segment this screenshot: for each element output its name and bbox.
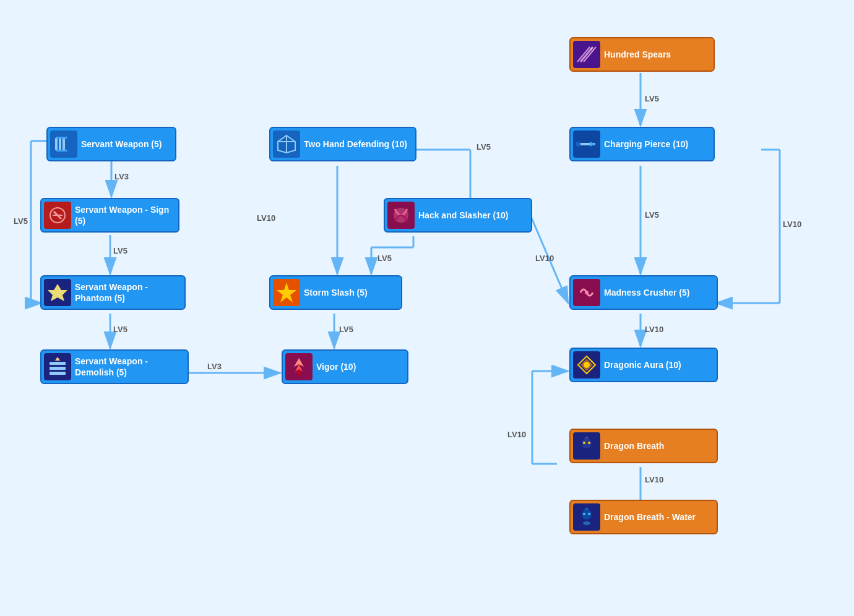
node-servant-weapon[interactable]: Servant Weapon (5) <box>46 127 176 161</box>
icon-dragonic-aura <box>573 351 600 379</box>
node-dragonic-aura[interactable]: Dragonic Aura (10) <box>569 348 718 382</box>
lv-label-sw-sign: LV3 <box>114 172 129 181</box>
label-servant-weapon-phantom: Servant Weapon - Phantom (5) <box>75 281 179 304</box>
svg-point-60 <box>583 442 585 444</box>
svg-point-66 <box>588 513 590 515</box>
svg-point-67 <box>583 521 590 525</box>
svg-point-61 <box>588 442 590 444</box>
lv-label-sw-vigor: LV3 <box>207 362 222 371</box>
icon-servant-weapon-demolish <box>44 353 71 380</box>
label-charging-pierce: Charging Pierce (10) <box>604 139 688 150</box>
svg-line-46 <box>584 47 596 62</box>
label-dragon-breath-water: Dragon Breath - Water <box>604 511 696 523</box>
icon-hack-and-slasher <box>387 202 415 229</box>
svg-point-65 <box>583 513 585 515</box>
lv-label-lv5-left: LV5 <box>14 216 28 226</box>
svg-marker-64 <box>584 507 589 510</box>
lv-label-mc-da: LV10 <box>645 325 663 334</box>
icon-servant-weapon-sign <box>44 202 71 229</box>
node-vigor[interactable]: Vigor (10) <box>282 349 408 384</box>
lv-label-hs-ss: LV5 <box>377 254 392 263</box>
label-servant-weapon: Servant Weapon (5) <box>81 139 162 150</box>
lv-label-hs-mc: LV10 <box>535 254 554 263</box>
label-servant-weapon-sign: Servant Weapon - Sign (5) <box>75 204 173 226</box>
svg-rect-38 <box>50 372 66 375</box>
svg-rect-28 <box>59 138 61 150</box>
icon-servant-weapon <box>50 130 77 158</box>
node-hack-and-slasher[interactable]: Hack and Slasher (10) <box>384 198 532 233</box>
svg-rect-30 <box>56 137 67 139</box>
node-two-hand-defending[interactable]: Two Hand Defending (10) <box>269 127 416 161</box>
node-servant-weapon-phantom[interactable]: Servant Weapon - Phantom (5) <box>40 275 186 310</box>
icon-dragon-breath <box>573 432 600 460</box>
lv-label-db-da: LV10 <box>507 430 526 439</box>
icon-servant-weapon-phantom <box>44 279 71 306</box>
lv-label-ss-vigor: LV5 <box>339 325 353 334</box>
skill-tree: LV3 LV5 LV5 LV5 LV3 LV5 LV10 LV5 LV10 LV… <box>0 0 854 616</box>
node-charging-pierce[interactable]: Charging Pierce (10) <box>569 127 715 161</box>
icon-vigor <box>285 353 313 380</box>
icon-storm-slash <box>273 279 300 306</box>
node-servant-weapon-demolish[interactable]: Servant Weapon - Demolish (5) <box>40 349 189 384</box>
label-hack-and-slasher: Hack and Slasher (10) <box>418 210 509 221</box>
svg-point-51 <box>576 142 580 147</box>
svg-marker-39 <box>55 357 60 361</box>
svg-rect-36 <box>50 362 66 365</box>
node-servant-weapon-sign[interactable]: Servant Weapon - Sign (5) <box>40 198 179 233</box>
label-two-hand-defending: Two Hand Defending (10) <box>304 139 407 150</box>
label-dragon-breath: Dragon Breath <box>604 440 664 451</box>
lv-label-dbw-db: LV10 <box>645 475 663 484</box>
label-dragonic-aura: Dragonic Aura (10) <box>604 359 681 370</box>
node-hundred-spears[interactable]: Hundred Spears <box>569 37 715 72</box>
icon-dragon-breath-water <box>573 503 600 531</box>
label-madness-crusher: Madness Crusher (5) <box>604 287 689 298</box>
label-hundred-spears: Hundred Spears <box>604 49 671 60</box>
label-vigor: Vigor (10) <box>316 361 356 372</box>
lv-label-thd-ss: LV10 <box>257 213 275 223</box>
svg-marker-50 <box>590 142 595 147</box>
node-storm-slash[interactable]: Storm Slash (5) <box>269 275 402 310</box>
lv-label-lv10-right: LV10 <box>783 220 801 229</box>
lv-label-thd-hs: LV5 <box>477 142 491 152</box>
node-dragon-breath[interactable]: Dragon Breath <box>569 429 718 463</box>
icon-madness-crusher <box>573 279 600 306</box>
lv-label-cp-mc: LV5 <box>645 210 659 220</box>
label-servant-weapon-demolish: Servant Weapon - Demolish (5) <box>75 356 183 378</box>
node-madness-crusher[interactable]: Madness Crusher (5) <box>569 275 718 310</box>
svg-point-53 <box>585 291 589 294</box>
svg-rect-31 <box>56 150 67 152</box>
svg-marker-35 <box>48 284 67 301</box>
lv-label-sw-demolish: LV5 <box>113 325 127 334</box>
svg-rect-29 <box>63 138 65 150</box>
icon-hundred-spears <box>573 41 600 68</box>
svg-marker-44 <box>277 283 296 302</box>
svg-marker-59 <box>584 436 589 438</box>
icon-two-hand-defending <box>273 130 300 158</box>
icon-charging-pierce <box>573 130 600 158</box>
label-storm-slash: Storm Slash (5) <box>304 287 368 298</box>
lv-label-sw-phantom: LV5 <box>113 246 127 255</box>
svg-rect-27 <box>55 138 58 150</box>
svg-line-47 <box>577 47 590 62</box>
svg-point-56 <box>584 362 590 368</box>
node-dragon-breath-water[interactable]: Dragon Breath - Water <box>569 500 718 534</box>
svg-rect-37 <box>50 367 66 370</box>
lv-label-hs-cp: LV5 <box>645 94 659 103</box>
